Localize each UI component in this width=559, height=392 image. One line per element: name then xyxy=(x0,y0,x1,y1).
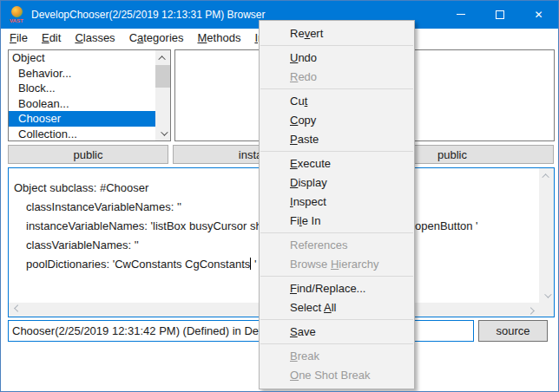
list-item-collection[interactable]: Collection... xyxy=(9,127,155,141)
menu-item-inspect[interactable]: Inspect xyxy=(260,193,414,212)
menubar-item-edit[interactable]: Edit xyxy=(35,29,68,46)
maximize-icon xyxy=(496,10,504,19)
text-caret xyxy=(250,258,251,270)
chevron-up-icon xyxy=(542,173,549,180)
menu-item-select-all[interactable]: Select All xyxy=(260,298,414,317)
list-item-block[interactable]: Block... xyxy=(9,81,155,96)
class-list-scrollbar[interactable] xyxy=(155,50,170,140)
menu-item-redo: Redo xyxy=(260,68,414,87)
window-controls: ✕ xyxy=(441,1,558,29)
menubar-item-classes[interactable]: Classes xyxy=(68,29,122,46)
scroll-down-button[interactable] xyxy=(155,126,170,140)
code-line-fragment: openButton ' xyxy=(415,217,478,236)
list-item-object[interactable]: Object xyxy=(9,50,155,66)
class-list[interactable]: ObjectBehavior...Block...Boolean...Choos… xyxy=(8,49,171,141)
scroll-left-button[interactable] xyxy=(9,303,23,317)
menu-separator xyxy=(260,88,413,89)
menu-separator xyxy=(260,343,413,344)
menu-item-cut[interactable]: Cut xyxy=(260,92,414,111)
menu-item-revert[interactable]: Revert xyxy=(260,24,414,43)
edit-context-menu: RevertUndoRedoCutCopyPasteExecuteDisplay… xyxy=(259,20,415,389)
menu-item-references: References xyxy=(260,236,414,255)
public-button-left[interactable]: public xyxy=(8,145,168,164)
menu-item-file-in[interactable]: File In xyxy=(260,212,414,231)
window-title: DevelopChooser(2/25/2019 12:13:31 PM) Br… xyxy=(31,9,265,21)
scroll-right-button[interactable] xyxy=(524,303,539,317)
chevron-left-icon xyxy=(14,304,21,311)
code-vertical-scrollbar[interactable] xyxy=(539,168,554,303)
menubar-item-methods[interactable]: Methods xyxy=(191,29,248,46)
vast-app-icon[interactable]: VAST xyxy=(10,6,24,23)
scroll-up-button[interactable] xyxy=(539,168,554,183)
menu-separator xyxy=(260,276,413,277)
chevron-down-icon xyxy=(544,291,551,297)
scrollbar-corner xyxy=(539,303,554,317)
scroll-up-button[interactable] xyxy=(155,50,170,65)
chevron-up-icon xyxy=(158,56,165,62)
menu-item-save[interactable]: Save xyxy=(260,323,414,342)
scrollbar-thumb[interactable] xyxy=(155,65,170,88)
close-icon: ✕ xyxy=(534,10,543,20)
minimize-icon xyxy=(457,14,465,15)
scroll-down-button[interactable] xyxy=(539,288,554,303)
list-item-boolean[interactable]: Boolean... xyxy=(9,96,155,112)
menu-item-browse-hierarchy: Browse Hierarchy xyxy=(260,255,414,274)
list-item-chooser[interactable]: Chooser xyxy=(9,111,155,127)
globe-icon xyxy=(11,6,23,17)
menubar-item-categories[interactable]: Categories xyxy=(122,29,191,46)
menu-item-undo[interactable]: Undo xyxy=(260,49,414,68)
chevron-down-icon xyxy=(161,128,168,135)
class-list-items: ObjectBehavior...Block...Boolean...Choos… xyxy=(9,50,155,140)
menubar-item-file[interactable]: File xyxy=(3,29,35,46)
menu-item-break: Break xyxy=(260,347,414,366)
menu-item-paste[interactable]: Paste xyxy=(260,130,414,149)
list-item-behavior[interactable]: Behavior... xyxy=(9,66,155,82)
minimize-button[interactable] xyxy=(441,1,480,28)
menu-item-copy[interactable]: Copy xyxy=(260,111,414,130)
maximize-button[interactable] xyxy=(480,1,519,28)
source-button[interactable]: source xyxy=(478,320,548,342)
menu-item-display[interactable]: Display xyxy=(260,173,414,193)
chevron-right-icon xyxy=(527,307,534,314)
close-button[interactable]: ✕ xyxy=(519,1,558,28)
menu-separator xyxy=(260,151,413,152)
menu-item-execute[interactable]: Execute xyxy=(260,154,414,173)
menu-item-one-shot-break: One Shot Break xyxy=(260,366,414,385)
menu-item-find-replace[interactable]: Find/Replace... xyxy=(260,279,414,298)
menu-separator xyxy=(260,319,413,320)
menu-separator xyxy=(260,232,413,233)
browser-window: VAST DevelopChooser(2/25/2019 12:13:31 P… xyxy=(0,0,559,392)
vast-icon-label: VAST xyxy=(10,18,23,23)
menu-separator xyxy=(260,45,413,46)
